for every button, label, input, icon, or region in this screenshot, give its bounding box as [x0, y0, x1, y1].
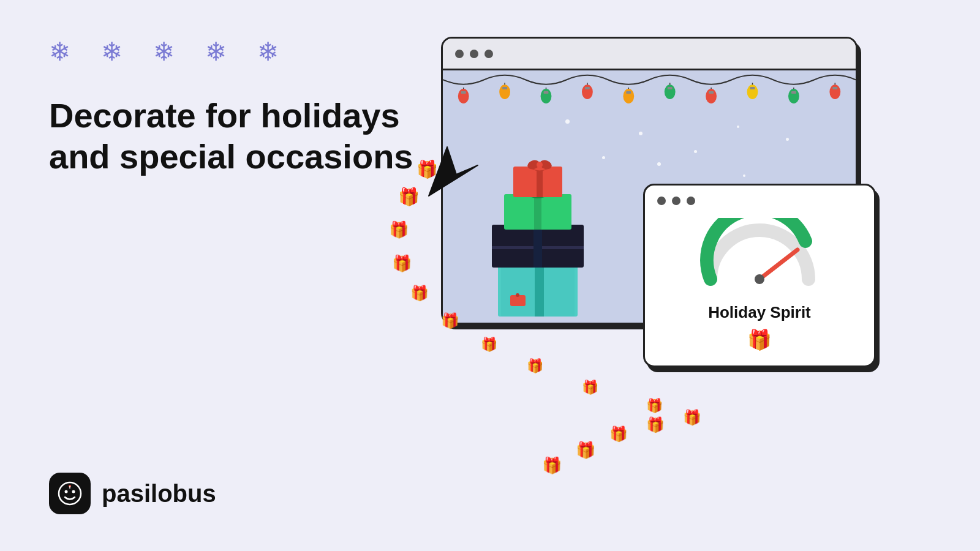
svg-rect-44	[534, 194, 541, 230]
gift-trail-item: 🎁	[646, 398, 663, 414]
gift-trail-item: 🎁	[609, 425, 628, 443]
snow-dot	[743, 174, 745, 177]
heading-line1: Decorate for holidays	[49, 95, 413, 136]
svg-rect-41	[533, 225, 542, 268]
main-heading: Decorate for holidays and special occasi…	[49, 95, 413, 177]
svg-point-20	[582, 84, 593, 99]
gift-trail-item: 🎁	[582, 380, 598, 395]
gauge-svg-area	[698, 218, 821, 294]
browser-dot-1	[455, 50, 464, 58]
svg-rect-33	[832, 87, 837, 89]
logo-svg	[56, 480, 83, 507]
svg-point-51	[537, 162, 543, 168]
svg-point-1	[65, 490, 68, 493]
heading-line2: and special occasions	[49, 136, 413, 177]
snow-dot	[694, 150, 697, 153]
svg-point-22	[623, 89, 634, 103]
svg-rect-23	[626, 91, 631, 94]
gift-trail-item: 🎁	[542, 456, 562, 475]
svg-point-16	[499, 84, 510, 99]
logo-icon	[49, 473, 91, 514]
browser-titlebar	[443, 39, 856, 70]
svg-rect-15	[461, 91, 466, 94]
browser-dot-2	[470, 50, 478, 58]
gift-trail-item: 🎁	[646, 416, 665, 433]
gift-trail-item: 🎁	[481, 337, 497, 353]
svg-point-38	[516, 293, 519, 297]
svg-point-24	[665, 84, 676, 99]
lights-svg	[443, 70, 856, 119]
snowflake-4: ❄	[205, 37, 227, 67]
svg-point-2	[72, 490, 75, 493]
gauge-dot-3	[687, 197, 695, 205]
logo-text: pasilobus	[102, 480, 216, 508]
gauge-card: Holiday Spirit 🎁	[643, 184, 876, 367]
svg-line-53	[760, 250, 797, 279]
gauge-titlebar	[645, 186, 874, 216]
logo-area: pasilobus	[49, 473, 216, 514]
gift-trail-item: 🎁	[683, 409, 701, 426]
svg-rect-31	[791, 91, 796, 94]
svg-point-28	[747, 84, 758, 99]
snow-dot	[565, 119, 570, 124]
gauge-gift-icon: 🎁	[747, 328, 772, 351]
christmas-lights	[443, 70, 856, 119]
gauge-label: Holiday Spirit	[708, 303, 811, 322]
gauge-svg	[698, 218, 821, 291]
gift-trail-item: 🎁	[410, 285, 429, 302]
svg-rect-27	[709, 91, 714, 94]
svg-rect-21	[585, 87, 590, 89]
snow-dot	[786, 138, 789, 141]
svg-rect-17	[502, 87, 507, 89]
snowflake-1: ❄	[49, 37, 70, 67]
snowflakes-decoration: ❄ ❄ ❄ ❄ ❄	[49, 37, 279, 67]
gift-stack-svg	[480, 151, 639, 323]
gauge-dot-1	[657, 197, 666, 205]
svg-rect-29	[750, 87, 755, 89]
svg-marker-52	[429, 147, 478, 196]
gauge-dot-2	[672, 197, 680, 205]
svg-point-30	[788, 89, 799, 103]
svg-point-54	[755, 274, 764, 284]
snowflake-3: ❄	[153, 37, 175, 67]
snow-dot	[657, 162, 661, 166]
svg-point-18	[541, 89, 552, 103]
cursor-arrow	[423, 141, 496, 202]
snow-dot	[737, 126, 739, 128]
svg-rect-36	[535, 261, 544, 317]
gift-trail-item: 🎁	[527, 358, 543, 374]
snowflake-2: ❄	[101, 37, 123, 67]
snowflake-5: ❄	[257, 37, 279, 67]
browser-dot-3	[484, 50, 493, 58]
gift-trail-item: 🎁	[398, 187, 420, 207]
snow-dot	[639, 132, 643, 135]
gift-trail-item: 🎁	[389, 220, 409, 239]
svg-point-14	[458, 89, 469, 103]
svg-point-32	[829, 84, 840, 99]
svg-rect-25	[668, 87, 673, 89]
svg-rect-19	[544, 91, 549, 94]
gift-trail-item: 🎁	[576, 441, 595, 460]
gift-trail-item: 🎁	[392, 254, 412, 273]
svg-point-26	[706, 89, 717, 103]
